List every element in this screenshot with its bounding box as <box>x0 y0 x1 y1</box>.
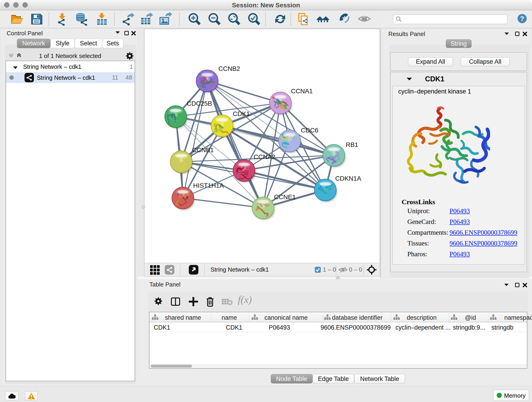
svg-text:CDC6: CDC6 <box>301 127 318 134</box>
svg-text:CCNB1: CCNB1 <box>192 147 214 153</box>
svg-text:HIST1H1A: HIST1H1A <box>193 182 224 189</box>
svg-text:CCNA2: CCNA2 <box>254 153 275 160</box>
svg-text:RB1: RB1 <box>346 141 358 148</box>
svg-text:CCNE1: CCNE1 <box>274 193 296 201</box>
svg-text:CCNB2: CCNB2 <box>218 65 240 72</box>
svg-text:CCNA1: CCNA1 <box>291 88 313 95</box>
svg-text:CDC25B: CDC25B <box>187 100 212 107</box>
svg-text:CDKN1A: CDKN1A <box>335 175 361 182</box>
svg-text:CDK1: CDK1 <box>233 110 250 117</box>
